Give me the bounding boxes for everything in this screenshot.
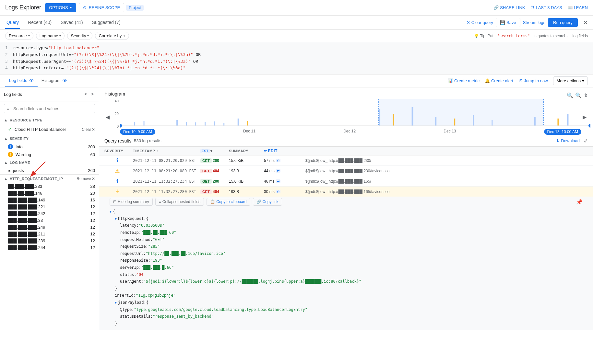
fullscreen-button[interactable]: ⤢ bbox=[584, 138, 588, 144]
copy-to-clipboard-button[interactable]: 📋 Copy to clipboard bbox=[207, 198, 250, 206]
severity-section-header[interactable]: ▲ SEVERITY bbox=[0, 134, 99, 143]
eye-icon: 👁 bbox=[29, 78, 34, 83]
svg-rect-16 bbox=[412, 107, 413, 126]
ip-item[interactable]: ███.███.███.33 12 bbox=[0, 217, 99, 224]
sub-tab-log-fields[interactable]: Log fields 👁 bbox=[5, 74, 38, 87]
table-row-expanded[interactable]: ⚠ 2021-12-11 11:32:27.280 EST GET 404 19… bbox=[99, 187, 593, 330]
line-number: 2 bbox=[5, 51, 10, 58]
sub-tab-histogram[interactable]: Histogram 👁 bbox=[38, 74, 71, 87]
expand-arrow[interactable]: ▼ bbox=[115, 300, 117, 306]
timestamp: 2021-12-11 08:21:20.029 EST bbox=[133, 158, 198, 163]
summary: ${jndi:${low_ http://██.███.███.165/favi… bbox=[305, 189, 588, 194]
summary: ${jndi:${low_ http://██.███.███.230/favi… bbox=[305, 169, 588, 173]
last-days-button[interactable]: ⏱ LAST 3 DAYS bbox=[530, 5, 562, 10]
severity-filter-chip[interactable]: Severity ▾ bbox=[67, 32, 92, 40]
histogram-prev-button[interactable]: ◀ bbox=[104, 99, 111, 135]
ip-item[interactable]: ███.███.███.244 12 bbox=[0, 244, 99, 251]
latency: 30 ms ⇄ bbox=[264, 189, 303, 194]
ip-item[interactable]: ██.███.███.233 28 bbox=[0, 183, 99, 190]
query-results: Query results 530 log results ⬇ Download… bbox=[99, 135, 593, 364]
learn-button[interactable]: 📖 LEARN bbox=[567, 5, 588, 10]
ip-item[interactable]: ███.███.███.249 12 bbox=[0, 224, 99, 231]
download-button[interactable]: ⬇ Download bbox=[556, 138, 580, 144]
svg-rect-5 bbox=[144, 121, 145, 126]
latency-badge: ⇄ bbox=[276, 169, 280, 173]
zoom-in-button[interactable]: 🔍 bbox=[567, 92, 573, 98]
alert-icon: 🔔 bbox=[485, 78, 490, 83]
hide-log-summary-button[interactable]: ⊟ Hide log summary bbox=[110, 198, 153, 206]
copy-link-button[interactable]: 🔗 Copy link bbox=[253, 198, 282, 206]
collapse-nested-button[interactable]: ≡ Collapse nested fields bbox=[155, 198, 204, 206]
tab-query[interactable]: Query bbox=[5, 17, 20, 29]
table-row[interactable]: ℹ 2021-12-11 08:21:20.029 EST GET 200 15… bbox=[99, 155, 593, 166]
scope-icon: ⊙ bbox=[83, 5, 87, 10]
jump-to-now-link[interactable]: ⏱ Jump to now bbox=[518, 78, 548, 83]
col-timestamp[interactable]: TIMESTAMP ↑ bbox=[133, 149, 198, 153]
log-name-filter-chip[interactable]: Log name ▾ bbox=[36, 32, 65, 40]
ip-item[interactable]: ███.██.███.146 20 bbox=[0, 190, 99, 197]
correlate-by-chip[interactable]: Correlate by + bbox=[95, 32, 129, 40]
info-icon: ℹ bbox=[116, 157, 118, 164]
query-editor[interactable]: 1 resource.type="http_load_balancer" 2 h… bbox=[0, 42, 593, 74]
tab-saved[interactable]: Saved (41) bbox=[59, 17, 84, 29]
warning-icon: ⚠ bbox=[115, 168, 120, 174]
expand-arrow[interactable]: ▼ bbox=[115, 216, 117, 222]
resource-filter-chip[interactable]: Resource ▾ bbox=[5, 32, 33, 40]
info-icon: ℹ bbox=[116, 178, 118, 184]
resource-type-section-header[interactable]: ▲ RESOURCE TYPE bbox=[0, 116, 99, 124]
warning-icon: ! bbox=[8, 152, 13, 157]
ip-item[interactable]: ███.███.███.211 12 bbox=[0, 231, 99, 237]
create-metric-link[interactable]: 📊 Create metric bbox=[448, 78, 480, 83]
table-row[interactable]: ⚠ 2021-12-11 08:21:20.089 EST GET 404 19… bbox=[99, 166, 593, 176]
log-name-section-header[interactable]: ▲ LOG NAME bbox=[0, 158, 99, 167]
size: 15.6 KiB bbox=[229, 179, 261, 184]
resource-label: Cloud HTTP Load Balancer bbox=[15, 127, 79, 132]
more-actions-button[interactable]: More actions ▾ bbox=[553, 76, 588, 85]
ip-label: ███.███.███.33 bbox=[8, 218, 90, 223]
clear-query-button[interactable]: ✕ Clear query bbox=[467, 20, 493, 25]
save-button[interactable]: 💾 Save bbox=[496, 18, 520, 27]
ip-item[interactable]: ███.███.███.149 16 bbox=[0, 197, 99, 203]
search-fields-input[interactable] bbox=[4, 104, 95, 113]
tab-suggested[interactable]: Suggested (7) bbox=[91, 17, 122, 29]
clear-resource-button[interactable]: Clear ✕ bbox=[82, 127, 95, 132]
close-button[interactable]: ✕ bbox=[583, 19, 588, 26]
svg-rect-10 bbox=[214, 121, 215, 126]
query-line-3: 3 httpRequest.userAgent=~"(?i)(\$|\%24)(… bbox=[5, 58, 588, 65]
expand-arrow[interactable]: ▼ bbox=[110, 209, 112, 215]
options-button[interactable]: OPTIONS ▼ bbox=[45, 3, 76, 12]
refine-scope-button[interactable]: ⊙ REFINE SCOPE bbox=[79, 3, 124, 12]
pin-button[interactable]: 📌 bbox=[576, 199, 583, 205]
expand-histogram-button[interactable]: ⇕ bbox=[584, 92, 588, 98]
severity-warn-badge: ⚠ bbox=[104, 188, 130, 195]
date-start-label: Dec 10, 9:00 AM bbox=[120, 129, 155, 135]
http-request-section-header[interactable]: ▲ http_request.remote_ip Remove ✕ bbox=[0, 175, 99, 183]
json-line: requestMethod: "GET" bbox=[120, 236, 583, 244]
svg-rect-13 bbox=[247, 121, 248, 126]
table-row[interactable]: ℹ 2021-12-11 11:32:27.234 EST GET 200 15… bbox=[99, 176, 593, 187]
filter-bar: Resource ▾ Log name ▾ Severity ▾ Correla… bbox=[0, 30, 593, 42]
col-est[interactable]: EST ▾ bbox=[200, 149, 226, 153]
severity-warn-count: 60 bbox=[90, 152, 95, 157]
download-icon: ⬇ bbox=[556, 138, 560, 143]
ip-item[interactable]: ███.███.███.242 12 bbox=[0, 210, 99, 217]
tab-recent[interactable]: Recent (40) bbox=[27, 17, 53, 29]
col-edit[interactable]: ✏ EDIT bbox=[264, 149, 303, 153]
share-link-button[interactable]: 🔗 SHARE LINK bbox=[493, 5, 525, 10]
create-alert-link[interactable]: 🔔 Create alert bbox=[485, 78, 513, 83]
sidebar-next-button[interactable]: > bbox=[89, 91, 95, 98]
log-row-main: ⚠ 2021-12-11 08:21:20.089 EST GET 404 19… bbox=[99, 166, 593, 176]
main-content: Log fields < > ≡ ▲ RESOURCE TYPE ✓ Cloud… bbox=[0, 87, 593, 364]
log-row-main: ℹ 2021-12-11 08:21:20.029 EST GET 200 15… bbox=[99, 155, 593, 165]
severity-warn-item[interactable]: ! Warning 60 bbox=[0, 151, 99, 158]
run-query-button[interactable]: Run query bbox=[548, 18, 578, 27]
ip-item[interactable]: ███.███.███.239 12 bbox=[0, 237, 99, 244]
severity-info-item[interactable]: i Info 200 bbox=[0, 143, 99, 151]
zoom-out-button[interactable]: 🔍 bbox=[575, 92, 582, 98]
remove-field-button[interactable]: Remove ✕ bbox=[77, 176, 95, 181]
stream-logs-button[interactable]: Stream logs bbox=[523, 20, 545, 25]
ip-item[interactable]: ███.███.███.221 12 bbox=[0, 203, 99, 210]
sidebar-prev-button[interactable]: < bbox=[83, 91, 89, 98]
log-name-requests-item[interactable]: requests 260 bbox=[0, 167, 99, 174]
close-icon: ✕ bbox=[92, 176, 95, 181]
